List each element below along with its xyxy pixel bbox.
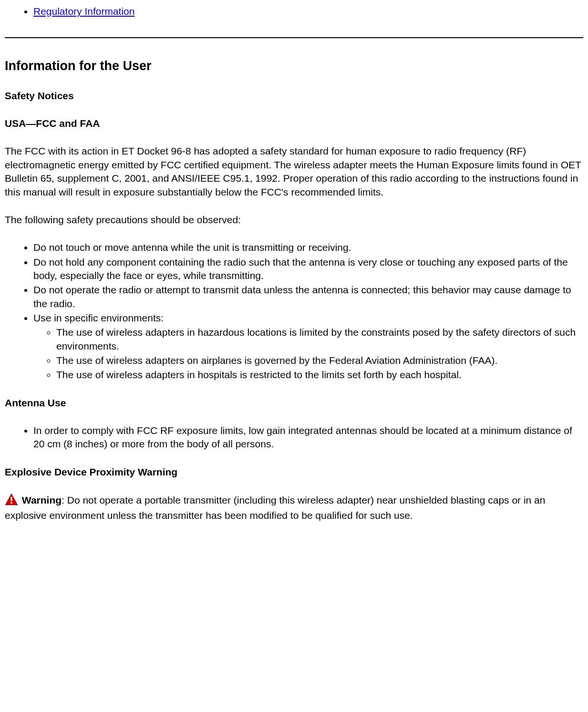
list-item-text: Use in specific environments: [33, 312, 164, 323]
warning-icon [5, 493, 18, 509]
svg-rect-1 [10, 497, 12, 501]
list-item: The use of wireless adapters in hazardou… [56, 326, 583, 353]
heading-explosive-warning: Explosive Device Proximity Warning [5, 465, 583, 479]
regulatory-information-link[interactable]: Regulatory Information [33, 6, 134, 17]
list-item: Use in specific environments: The use of… [33, 311, 583, 382]
list-item: Do not touch or move antenna while the u… [33, 241, 583, 254]
top-link-item: Regulatory Information [33, 5, 583, 18]
list-item: In order to comply with FCC RF exposure … [33, 424, 583, 451]
section-divider [5, 37, 583, 38]
heading-information-for-user: Information for the User [5, 57, 583, 74]
antenna-list: In order to comply with FCC RF exposure … [5, 424, 583, 451]
paragraph-precautions-intro: The following safety precautions should … [5, 213, 583, 227]
precautions-list: Do not touch or move antenna while the u… [5, 241, 583, 382]
environments-sublist: The use of wireless adapters in hazardou… [33, 326, 583, 382]
list-item: Do not operate the radio or attempt to t… [33, 283, 583, 310]
warning-paragraph: Warning: Do not operate a portable trans… [5, 493, 583, 523]
svg-rect-2 [10, 502, 12, 504]
list-item: The use of wireless adapters on airplane… [56, 354, 583, 367]
warning-label: Warning [22, 495, 62, 506]
warning-text: : Do not operate a portable transmitter … [5, 495, 545, 521]
list-item: Do not hold any component containing the… [33, 256, 583, 283]
list-item: The use of wireless adapters in hospital… [56, 368, 583, 382]
heading-usa-fcc-faa: USA—FCC and FAA [5, 117, 583, 130]
heading-antenna-use: Antenna Use [5, 396, 583, 410]
paragraph-fcc-intro: The FCC with its action in ET Docket 96-… [5, 144, 583, 198]
heading-safety-notices: Safety Notices [5, 89, 583, 103]
top-link-list: Regulatory Information [5, 5, 583, 18]
